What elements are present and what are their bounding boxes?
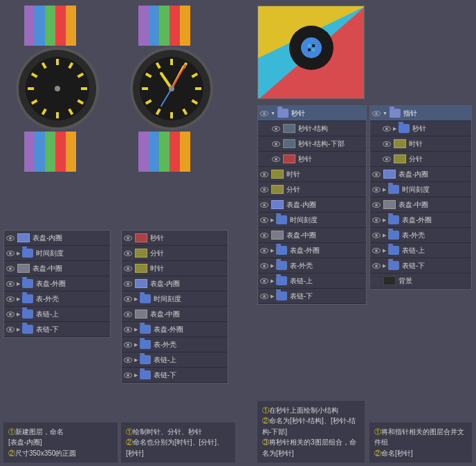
layer-group-header[interactable]: ▼ 指针 [370, 106, 471, 121]
layer-item[interactable]: 背景 [370, 274, 471, 289]
layer-item[interactable]: ▶ 时间刻度 [370, 182, 471, 197]
layer-item[interactable]: 秒针 [122, 231, 228, 246]
layer-item[interactable]: 秒针 [258, 152, 366, 167]
visibility-icon[interactable] [372, 172, 381, 177]
layer-item[interactable]: ▶ 表链-下 [258, 289, 366, 304]
visibility-icon[interactable] [372, 233, 381, 238]
visibility-icon[interactable] [260, 111, 268, 116]
layer-item[interactable]: ▶ 表-外壳 [122, 337, 228, 352]
layer-item[interactable]: ▶ 表-外壳 [258, 258, 366, 274]
layer-item[interactable]: ▶ 时间刻度 [258, 213, 366, 228]
visibility-icon[interactable] [124, 281, 132, 287]
layer-item[interactable]: 秒针-结构 [258, 121, 366, 136]
layer-item[interactable]: 表盘-内圈 [370, 167, 471, 182]
svg-rect-26 [138, 6, 149, 46]
layer-name: 表盘-外圈 [290, 246, 320, 256]
visibility-icon[interactable] [124, 357, 132, 363]
layer-item[interactable]: 表盘-内圈 [4, 231, 110, 246]
layer-item[interactable]: 表盘-中圈 [122, 307, 228, 322]
visibility-icon[interactable] [260, 187, 268, 192]
layer-item[interactable]: 表盘-中圈 [370, 197, 471, 213]
visibility-icon[interactable] [383, 141, 391, 147]
visibility-icon[interactable] [272, 126, 280, 132]
layer-item[interactable]: 时针 [122, 261, 228, 276]
visibility-icon[interactable] [124, 235, 132, 241]
visibility-icon[interactable] [383, 126, 391, 132]
layer-item[interactable]: 表盘-中圈 [4, 261, 110, 276]
layer-item[interactable]: ▶ 表盘-外圈 [370, 213, 471, 228]
visibility-icon[interactable] [124, 342, 132, 348]
visibility-icon[interactable] [260, 248, 268, 253]
layer-item[interactable]: 时针 [370, 136, 471, 152]
visibility-icon[interactable] [372, 248, 381, 253]
visibility-icon[interactable] [260, 233, 268, 238]
visibility-icon[interactable] [372, 111, 381, 116]
visibility-icon[interactable] [6, 235, 15, 241]
layer-item[interactable]: ▶ 表链-下 [370, 258, 471, 274]
layer-item[interactable]: ▶ 表链-上 [258, 274, 366, 289]
visibility-icon[interactable] [260, 172, 268, 177]
layer-group-header[interactable]: ▼ 秒针 [258, 106, 366, 121]
visibility-icon[interactable] [124, 373, 132, 378]
layer-item[interactable]: ▶ 表-外壳 [370, 228, 471, 243]
visibility-icon-hidden[interactable] [372, 278, 381, 284]
visibility-icon[interactable] [260, 217, 268, 223]
notes-col4: ①将和指针相关的图层合并文件组 ②命名[秒针] [369, 422, 472, 463]
layer-item[interactable]: ▶ 表盘-外圈 [4, 276, 110, 292]
visibility-icon[interactable] [372, 217, 381, 223]
visibility-icon[interactable] [6, 296, 15, 302]
arrow-icon: ▶ [134, 373, 138, 378]
layer-name: 秒针-结构-下部 [298, 139, 345, 149]
visibility-icon[interactable] [272, 141, 280, 147]
layer-item[interactable]: 分针 [122, 246, 228, 261]
layer-item[interactable]: ▶ 表-外壳 [4, 292, 110, 307]
svg-rect-62 [312, 44, 315, 47]
visibility-icon[interactable] [260, 202, 268, 208]
visibility-icon[interactable] [272, 156, 280, 162]
layer-item[interactable]: ▶ 表链-下 [122, 368, 228, 383]
note-num: ② [374, 449, 381, 457]
visibility-icon[interactable] [124, 312, 132, 317]
layer-name: 表盘-中圈 [399, 200, 428, 210]
layer-item[interactable]: 秒针-结构-下部 [258, 136, 366, 152]
layer-name: 表盘-内圈 [150, 279, 180, 289]
layer-item[interactable]: 分针 [370, 152, 471, 167]
visibility-icon[interactable] [383, 156, 391, 162]
layer-item[interactable]: 表盘-内圈 [122, 276, 228, 292]
visibility-icon[interactable] [6, 312, 15, 317]
visibility-icon[interactable] [260, 263, 268, 269]
visibility-icon[interactable] [372, 202, 381, 208]
layer-thumb [135, 233, 147, 242]
visibility-icon[interactable] [6, 251, 15, 256]
layer-thumb [271, 200, 284, 209]
layer-item[interactable]: ▶ 时间刻度 [122, 292, 228, 307]
layer-item[interactable]: ▶ 时间刻度 [4, 246, 110, 261]
arrow-icon: ▶ [17, 296, 20, 302]
visibility-icon[interactable] [124, 296, 132, 302]
layer-item[interactable]: ▶ 表盘-外圈 [122, 322, 228, 337]
layer-item[interactable]: ▶ 表链-下 [4, 322, 110, 337]
layer-item[interactable]: 表盘-中圈 [258, 228, 366, 243]
layer-item[interactable]: ▶ 表链-上 [370, 243, 471, 258]
layer-item[interactable]: ▶ 表链-上 [4, 307, 110, 322]
folder-icon [388, 261, 399, 270]
visibility-icon[interactable] [6, 281, 15, 287]
visibility-icon[interactable] [124, 266, 132, 271]
layer-thumb [283, 139, 295, 148]
visibility-icon[interactable] [124, 251, 132, 256]
layer-item[interactable]: 时针 [258, 167, 366, 182]
layer-item[interactable]: ▶ 表盘-外圈 [258, 243, 366, 258]
main-container: ①新建图层，命名 [表盘-内圈] ②尺寸350x350的正圆 表盘-内圈 ▶ 时… [0, 0, 476, 466]
layer-thumb [135, 279, 147, 288]
visibility-icon[interactable] [6, 266, 15, 271]
layer-item[interactable]: ▶ 表链-上 [122, 352, 228, 368]
layer-item[interactable]: ▶ 秒针 [370, 121, 471, 136]
visibility-icon[interactable] [260, 294, 268, 299]
visibility-icon[interactable] [372, 263, 381, 269]
layer-item[interactable]: 表盘-内圈 [258, 197, 366, 213]
visibility-icon[interactable] [124, 327, 132, 332]
layer-item[interactable]: 分针 [258, 182, 366, 197]
visibility-icon[interactable] [260, 278, 268, 284]
visibility-icon[interactable] [372, 187, 381, 192]
visibility-icon[interactable] [6, 327, 15, 332]
